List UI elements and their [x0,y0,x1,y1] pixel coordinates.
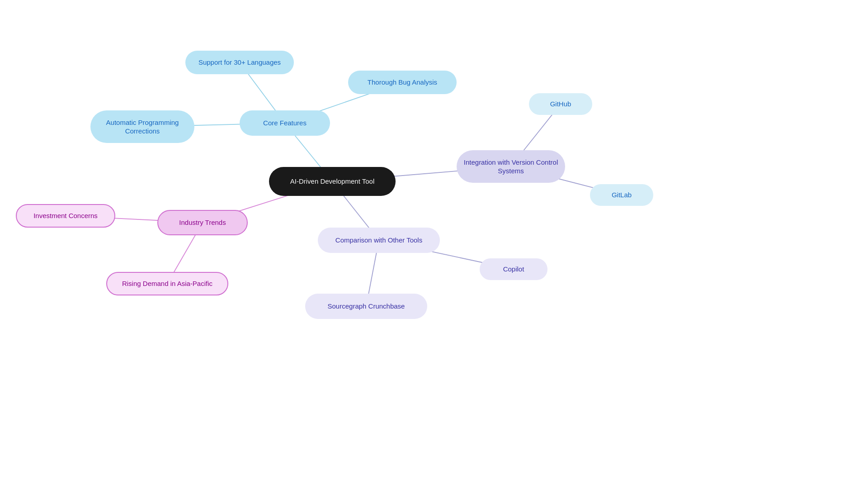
github-node[interactable]: GitHub [529,93,592,115]
gitlab-node[interactable]: GitLab [590,184,653,206]
support-languages-node[interactable]: Support for 30+ Languages [185,51,294,74]
central-node-label: AI-Driven Development Tool [288,177,376,186]
sourcegraph-node[interactable]: Sourcegraph Crunchbase [305,294,427,319]
copilot-label: Copilot [501,265,526,274]
investment-concerns-label: Investment Concerns [32,211,99,220]
github-label: GitHub [548,100,573,109]
central-node[interactable]: AI-Driven Development Tool [269,167,396,196]
gitlab-label: GitLab [610,190,633,200]
core-features-label: Core Features [261,119,308,128]
auto-corrections-label: Automatic Programming Corrections [90,118,194,136]
core-features-node[interactable]: Core Features [240,110,330,136]
comparison-tools-node[interactable]: Comparison with Other Tools [318,228,440,253]
integration-vcs-label: Integration with Version Control Systems [457,158,565,176]
integration-vcs-node[interactable]: Integration with Version Control Systems [457,150,565,183]
copilot-node[interactable]: Copilot [480,258,547,280]
rising-demand-label: Rising Demand in Asia-Pacific [120,279,214,288]
bug-analysis-node[interactable]: Thorough Bug Analysis [348,71,457,94]
sourcegraph-label: Sourcegraph Crunchbase [326,302,407,311]
support-languages-label: Support for 30+ Languages [197,58,283,67]
comparison-tools-label: Comparison with Other Tools [334,236,424,245]
investment-concerns-node[interactable]: Investment Concerns [16,204,115,228]
auto-corrections-node[interactable]: Automatic Programming Corrections [90,110,194,143]
bug-analysis-label: Thorough Bug Analysis [366,78,439,87]
rising-demand-node[interactable]: Rising Demand in Asia-Pacific [106,272,228,295]
industry-trends-node[interactable]: Industry Trends [157,210,248,235]
industry-trends-label: Industry Trends [177,218,227,227]
